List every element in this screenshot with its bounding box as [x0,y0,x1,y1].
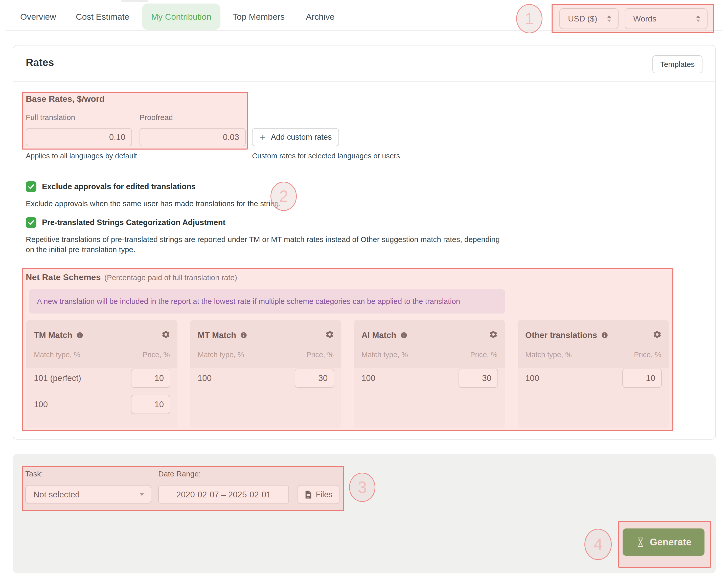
full-translation-input[interactable] [26,128,132,146]
mt-match-card: MT Match Match type, % Price, % 100 [190,320,341,428]
currency-select-value: USD ($) [568,14,597,24]
generator-bar: Task: Not selected Date Range: Files [12,454,716,574]
net-rate-schemes-heading: Net Rate Schemes [26,272,101,282]
tm-match-price-input[interactable] [131,395,171,414]
generate-button[interactable]: Generate [623,528,704,556]
proofread-input-wrap [139,128,246,146]
annotation-step-1: 1 [516,4,543,33]
generator-divider [26,526,704,526]
mt-match-row-input-wrap [295,368,334,388]
gear-icon[interactable] [653,330,662,339]
price-column-header: Price, % [306,351,334,359]
tm-match-row-label: 101 (perfect) [34,373,81,384]
gear-icon[interactable] [489,330,498,339]
match-type-column-header: Match type, % [525,351,572,359]
tab-my-contribution[interactable]: My Contribution [142,9,220,24]
tab-top-members[interactable]: Top Members [233,9,285,24]
task-select[interactable]: Not selected [25,485,151,504]
net-rate-schemes-heading-row: Net Rate Schemes (Percentage paid of ful… [26,272,237,282]
page-title: Rates [26,57,54,68]
plus-icon [259,133,267,141]
ai-match-card: AI Match Match type, % Price, % 100 [354,320,505,428]
report-generation-page: Overview Cost Estimate My Contribution T… [0,0,728,580]
exclude-approvals-description: Exclude approvals when the same user has… [26,198,281,209]
price-column-header: Price, % [634,351,661,359]
other-translations-card: Other translations Match type, % Price, … [518,320,669,428]
base-rates-helper: Applies to all languages by default [26,152,137,160]
match-type-column-header: Match type, % [34,351,80,359]
custom-rates-helper: Custom rates for selected languages or u… [252,152,400,160]
ai-match-header: AI Match Match type, % Price, % [354,320,505,368]
other-translations-row-input-wrap [622,368,662,388]
mt-match-price-input[interactable] [295,368,334,388]
base-rates-heading: Base Rates, $/word [26,94,105,104]
tab-archive[interactable]: Archive [306,9,334,24]
full-translation-label: Full translation [26,113,75,122]
proofread-input[interactable] [139,128,246,146]
match-type-column-header: Match type, % [362,351,408,359]
tm-match-row-input-wrap [131,368,171,388]
other-translations-header: Other translations Match type, % Price, … [518,320,669,368]
other-translations-title: Other translations [525,330,597,340]
tm-match-header: TM Match Match type, % Price, % [26,320,178,368]
templates-button[interactable]: Templates [652,55,702,73]
tab-cost-estimate[interactable]: Cost Estimate [76,9,129,24]
exclude-approvals-checkbox[interactable] [26,182,36,192]
ai-match-title: AI Match [362,330,396,340]
mt-match-title: MT Match [198,330,236,340]
rates-card: Rates Templates Base Rates, $/word Full … [12,45,716,440]
nav-divider [6,30,722,31]
check-icon [27,183,35,191]
top-edge-artifact [121,0,148,2]
pretranslated-adjustment-label[interactable]: Pre-translated Strings Categorization Ad… [42,217,226,228]
units-select[interactable]: Words [625,8,707,29]
price-column-header: Price, % [142,351,170,359]
pretranslated-adjustment-description: Repetitive translations of pre-translate… [26,234,503,255]
tm-match-row-input-wrap [131,395,171,414]
lowest-rate-info-text: A new translation will be included in th… [37,297,460,306]
sorter-icon [605,15,613,23]
date-range-input-wrap [158,485,289,504]
hourglass-icon [636,537,645,547]
ai-match-row-label: 100 [362,373,375,384]
tm-match-card: TM Match Match type, % Price, % 101 (per… [26,320,178,428]
tm-match-row-label: 100 [34,399,48,410]
date-range-input[interactable] [158,485,289,504]
file-icon [305,490,312,499]
sorter-icon [694,15,702,23]
ai-match-price-input[interactable] [459,368,498,388]
units-select-value: Words [633,14,656,24]
full-translation-input-wrap [26,128,132,146]
tab-overview[interactable]: Overview [20,9,56,24]
other-translations-row-label: 100 [525,373,539,384]
mt-match-row-label: 100 [198,373,212,384]
info-icon[interactable] [76,332,83,339]
files-button-label: Files [316,490,332,499]
add-custom-rates-button[interactable]: Add custom rates [252,128,339,146]
gear-icon[interactable] [325,330,334,339]
info-icon[interactable] [240,332,247,339]
files-button[interactable]: Files [297,485,339,504]
check-icon [27,219,35,226]
match-type-column-header: Match type, % [198,351,244,359]
rates-header-divider [13,81,716,82]
generate-button-label: Generate [650,537,692,548]
price-column-header: Price, % [470,351,497,359]
net-rate-schemes-subheading: (Percentage paid of full translation rat… [104,273,237,282]
info-icon[interactable] [400,332,408,339]
gear-icon[interactable] [161,330,171,339]
proofread-label: Proofread [139,113,173,122]
tm-match-title: TM Match [34,330,72,340]
ai-match-row-input-wrap [459,368,498,388]
lowest-rate-info-banner: A new translation will be included in th… [29,289,505,313]
pretranslated-adjustment-checkbox[interactable] [26,217,36,228]
info-icon[interactable] [601,332,608,339]
currency-select[interactable]: USD ($) [560,8,619,29]
task-label: Task: [25,470,43,478]
add-custom-rates-label: Add custom rates [271,133,332,142]
other-translations-price-input[interactable] [622,368,662,388]
mt-match-header: MT Match Match type, % Price, % [190,320,341,368]
task-select-value: Not selected [33,490,80,499]
exclude-approvals-label[interactable]: Exclude approvals for edited translation… [42,182,196,192]
tm-match-price-input[interactable] [131,368,171,388]
